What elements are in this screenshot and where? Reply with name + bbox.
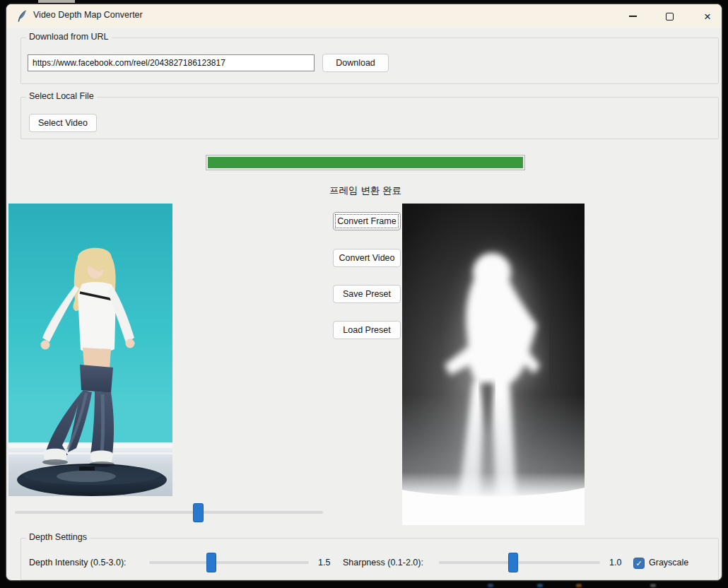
url-input[interactable]: [28, 54, 315, 71]
sharpness-slider-track[interactable]: [439, 561, 600, 564]
sharpness-label: Sharpness (0.1-2.0):: [343, 558, 423, 568]
save-preset-button[interactable]: Save Preset: [333, 285, 401, 303]
grayscale-checkbox[interactable]: ✓: [633, 558, 645, 569]
load-preset-button[interactable]: Load Preset: [333, 321, 401, 339]
download-button[interactable]: Download: [322, 54, 389, 72]
minimize-button[interactable]: [618, 4, 647, 28]
convert-frame-button[interactable]: Convert Frame: [333, 212, 401, 230]
depth-settings-group-label: Depth Settings: [26, 532, 90, 542]
progress-bar-fill: [207, 156, 524, 169]
depth-map-preview: [402, 204, 585, 525]
original-frame-preview: [8, 204, 172, 496]
app-window: Video Depth Map Converter × Download fro…: [6, 4, 722, 581]
select-local-file-group: Select Local File: [20, 97, 719, 139]
maximize-icon: [666, 13, 674, 20]
download-url-group-label: Download from URL: [26, 32, 112, 42]
close-icon: ×: [704, 11, 711, 23]
depth-map-image: [402, 204, 585, 525]
depth-intensity-slider-handle[interactable]: [206, 553, 216, 572]
sharpness-slider-handle[interactable]: [508, 553, 518, 572]
app-feather-icon: [16, 10, 28, 23]
select-local-file-group-label: Select Local File: [26, 91, 97, 101]
original-frame-image: [8, 204, 172, 496]
select-video-button[interactable]: Select Video: [29, 114, 97, 132]
depth-intensity-label: Depth Intensity (0.5-3.0):: [29, 558, 127, 568]
frame-slider-handle[interactable]: [193, 503, 204, 522]
sharpness-value: 1.0: [609, 558, 621, 568]
titlebar: Video Depth Map Converter ×: [6, 4, 722, 28]
close-button[interactable]: ×: [693, 4, 722, 28]
convert-video-button[interactable]: Convert Video: [333, 249, 401, 267]
frame-slider-track[interactable]: [15, 511, 323, 514]
minimize-icon: [629, 16, 637, 17]
grayscale-label: Grayscale: [649, 558, 688, 568]
depth-intensity-value: 1.5: [318, 558, 330, 568]
taskbar-glimpse: [488, 584, 493, 587]
window-title: Video Depth Map Converter: [33, 10, 143, 20]
maximize-button[interactable]: [655, 4, 683, 28]
progress-bar: [206, 155, 525, 170]
depth-intensity-slider-track[interactable]: [149, 561, 309, 564]
desktop-background: Video Depth Map Converter × Download fro…: [0, 0, 728, 588]
status-text: 프레임 변환 완료: [206, 184, 525, 197]
